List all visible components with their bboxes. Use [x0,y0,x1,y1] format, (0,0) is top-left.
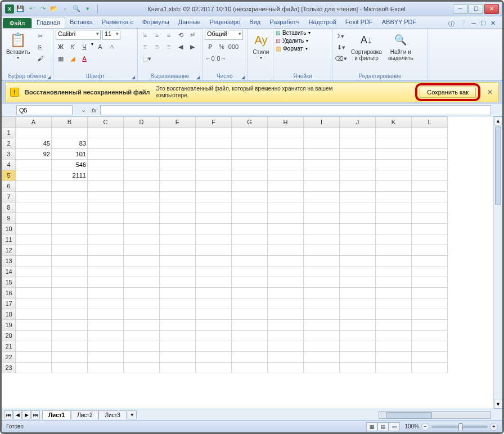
row-header[interactable]: 13 [2,256,16,266]
horizontal-scrollbar[interactable] [379,411,491,419]
cell[interactable] [88,149,124,160]
column-header[interactable]: H [268,117,304,128]
cell[interactable] [268,256,304,266]
cell[interactable]: 45 [16,138,52,149]
cell[interactable] [340,288,376,299]
spreadsheet-grid[interactable]: ABCDEFGHIJKL 124583392101454652111678910… [2,116,448,373]
cell[interactable] [268,352,304,363]
cell[interactable] [304,266,340,277]
indent-increase-icon[interactable]: ▶ [187,42,197,52]
cell[interactable] [16,192,52,202]
maximize-button[interactable]: ☐ [469,4,483,14]
cell[interactable] [340,213,376,224]
tab-разработч[interactable]: Разработч [265,17,304,28]
tab-разметка с[interactable]: Разметка с [97,17,138,28]
cell[interactable] [412,288,448,299]
cell[interactable] [16,160,52,170]
cell[interactable] [304,149,340,160]
row-header[interactable]: 20 [2,331,16,341]
cell[interactable] [340,202,376,213]
find-select-button[interactable]: 🔍 Найти и выделить [386,30,416,62]
cell[interactable] [196,288,232,299]
cell[interactable] [160,213,196,224]
cell[interactable] [16,234,52,245]
cell[interactable]: 2111 [52,170,88,181]
cell[interactable] [124,149,160,160]
cell[interactable] [376,331,412,341]
cell[interactable] [412,213,448,224]
cell[interactable] [412,331,448,341]
cell[interactable] [88,299,124,309]
cell[interactable] [376,266,412,277]
cell[interactable] [88,256,124,266]
zoom-in-button[interactable]: + [490,423,498,431]
cell[interactable] [160,160,196,170]
cell[interactable] [376,170,412,181]
cell[interactable] [124,277,160,288]
cell[interactable] [268,192,304,202]
cell[interactable] [196,170,232,181]
cell[interactable] [340,331,376,341]
merge-icon[interactable]: ⬚▾ [140,53,154,64]
cell[interactable] [340,266,376,277]
cell[interactable] [16,331,52,341]
view-page-layout-icon[interactable]: ▤ [377,422,389,431]
cell[interactable] [412,299,448,309]
cell[interactable] [268,341,304,352]
cell[interactable] [124,288,160,299]
cell[interactable] [412,138,448,149]
scroll-thumb[interactable] [495,126,501,205]
cell[interactable] [412,245,448,256]
cell[interactable] [304,341,340,352]
cell[interactable] [88,352,124,363]
cell[interactable] [196,181,232,192]
cell[interactable] [376,202,412,213]
delete-cells-icon[interactable]: ⊟ [276,38,280,44]
help-icon[interactable]: ❔ [459,20,467,28]
cell[interactable] [160,363,196,373]
cell[interactable] [16,309,52,320]
cell[interactable] [376,213,412,224]
bold-button[interactable]: Ж [56,42,66,52]
column-header[interactable]: E [160,117,196,128]
cell[interactable] [304,320,340,331]
tab-foxit pdf[interactable]: Foxit PDF [341,17,377,28]
cell[interactable] [16,352,52,363]
cell[interactable] [196,320,232,331]
cell[interactable] [376,181,412,192]
cell[interactable]: 546 [52,160,88,170]
cell[interactable] [268,309,304,320]
cell[interactable] [340,170,376,181]
cell[interactable] [340,341,376,352]
tab-вид[interactable]: Вид [245,17,265,28]
cell[interactable] [196,160,232,170]
cell[interactable] [340,277,376,288]
preview-icon[interactable]: 🔍 [73,5,80,13]
vertical-scrollbar[interactable]: ▲ ▼ [493,116,502,409]
cell[interactable] [16,363,52,373]
cell[interactable] [16,256,52,266]
font-size-combo[interactable]: 11 [102,30,120,40]
cell[interactable] [124,309,160,320]
cell[interactable] [52,213,88,224]
cell[interactable] [232,320,268,331]
cell[interactable] [232,363,268,373]
tab-nav-next-icon[interactable]: ▶ [22,410,31,419]
cell[interactable] [196,341,232,352]
cell[interactable] [160,256,196,266]
row-header[interactable]: 11 [2,234,16,245]
scroll-up-icon[interactable]: ▲ [494,116,502,125]
cell[interactable] [16,245,52,256]
cell[interactable] [232,309,268,320]
row-header[interactable]: 15 [2,277,16,288]
cell[interactable] [124,170,160,181]
cell[interactable] [196,234,232,245]
cell[interactable] [196,256,232,266]
cell[interactable] [340,352,376,363]
cell[interactable] [304,352,340,363]
delete-cells-button[interactable]: Удалить [282,38,304,44]
row-header[interactable]: 1 [2,128,16,138]
cell[interactable] [196,352,232,363]
cell[interactable] [160,288,196,299]
cell[interactable] [196,138,232,149]
